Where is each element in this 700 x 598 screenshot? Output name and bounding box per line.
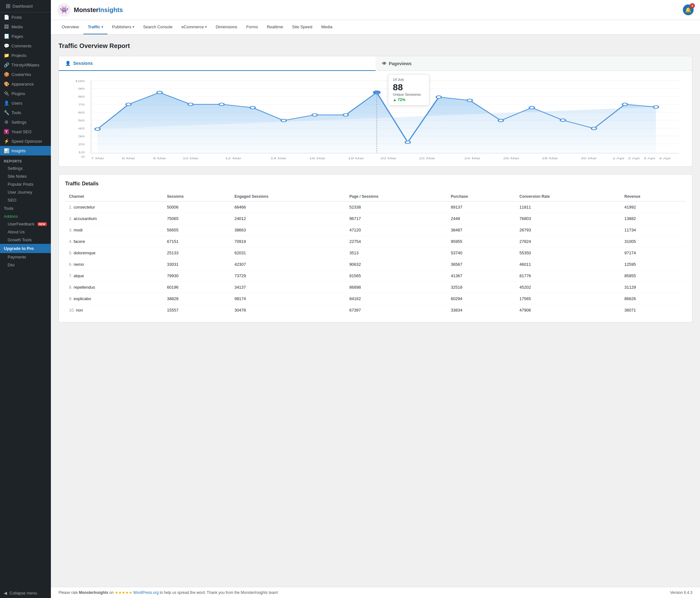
svg-text:👾: 👾 <box>60 5 69 14</box>
userfeedback-label: UserFeedback <box>8 222 35 226</box>
cell-conversion: 55350 <box>516 248 621 259</box>
sidebar-item-userfeedback[interactable]: UserFeedback NEW <box>0 220 51 228</box>
bell-icon: 🔔 <box>685 7 692 13</box>
pageviews-tab[interactable]: 👁 Pageviews <box>376 56 692 71</box>
cell-conversion: 47906 <box>516 305 621 316</box>
svg-point-31 <box>281 119 286 122</box>
sidebar-item-upgrade[interactable]: Upgrade to Pro <box>0 244 51 253</box>
footer-prefix: Please rate <box>58 590 79 595</box>
tab-overview[interactable]: Overview <box>57 20 83 34</box>
svg-text:40: 40 <box>78 127 84 130</box>
logo-text: MonsterInsights <box>74 6 123 14</box>
collapse-icon: ◀ <box>4 591 7 595</box>
row-num: 6. <box>69 262 73 267</box>
traffic-table: Channel Sessions Engaged Sessions Page /… <box>65 192 686 316</box>
sidebar-item-speed[interactable]: ⚡ Speed Optimizer <box>0 136 51 146</box>
tab-media[interactable]: Media <box>317 20 337 34</box>
tab-search-console[interactable]: Search Console <box>139 20 177 34</box>
svg-text:18 Mar: 18 Mar <box>348 157 364 160</box>
cell-purchase: 33834 <box>447 305 516 316</box>
sidebar-item-projects[interactable]: 📁 Projects <box>0 51 51 60</box>
cell-engaged: 34137 <box>231 282 345 293</box>
sidebar-item-divi[interactable]: Divi <box>0 261 51 269</box>
cell-sessions: 67151 <box>163 236 231 248</box>
tab-ecommerce[interactable]: eCommerce ▾ <box>177 20 211 34</box>
seo-label: SEO <box>8 198 16 203</box>
tab-forms[interactable]: Forms <box>242 20 262 34</box>
footer-link[interactable]: WordPress.org <box>133 590 159 595</box>
cell-revenue: 31129 <box>621 282 686 293</box>
sidebar-item-insights[interactable]: 📊 Insights <box>0 146 51 155</box>
sessions-tab-icon: 👤 <box>65 61 71 66</box>
cell-page-sessions: 67397 <box>346 305 447 316</box>
pageviews-tab-icon: 👁 <box>382 61 386 66</box>
sidebar-item-report-settings[interactable]: Settings <box>0 164 51 172</box>
sidebar-item-media[interactable]: 🖼 Media <box>0 22 51 31</box>
cell-page-sessions: 47120 <box>346 225 447 236</box>
sidebar-label-plugins: Plugins <box>11 91 25 96</box>
reports-section-label: Reports <box>0 155 51 164</box>
sidebar-item-growth-tools[interactable]: Growth Tools <box>0 236 51 244</box>
cell-sessions: 50006 <box>163 202 231 213</box>
table-row: 4. facere 67151 70919 22754 95955 27824 … <box>65 236 686 248</box>
cell-sessions: 79930 <box>163 270 231 282</box>
tab-site-speed-label: Site Speed <box>292 24 312 29</box>
sidebar-label-thirsty: ThirstyAffiliates <box>11 62 40 68</box>
svg-text:1 Apr: 1 Apr <box>612 157 625 160</box>
sidebar-item-plugins[interactable]: 🔌 Plugins <box>0 89 51 98</box>
notification-button[interactable]: 🔔 0 <box>683 4 694 15</box>
sidebar-dashboard-label: Dashboard <box>12 4 33 8</box>
tab-traffic-label: Traffic <box>88 24 100 29</box>
sidebar-collapse-button[interactable]: ◀ Collapse menu <box>0 588 51 598</box>
sidebar-item-comments[interactable]: 💬 Comments <box>0 41 51 51</box>
sidebar-item-payments[interactable]: Payments <box>0 253 51 261</box>
svg-text:10: 10 <box>78 150 84 154</box>
svg-point-28 <box>188 103 193 106</box>
topbar: 👾 MonsterInsights 🔔 0 <box>51 0 700 20</box>
addons-label: Addons <box>4 214 18 219</box>
sidebar-item-users[interactable]: 👤 Users <box>0 98 51 108</box>
cell-channel: 4. facere <box>65 236 163 248</box>
yoast-icon: Y <box>4 129 9 134</box>
sidebar-item-settings[interactable]: ⚙ Settings <box>0 117 51 127</box>
stars: ★★★★★ <box>115 590 132 595</box>
sidebar-item-thirsty[interactable]: 🔗 ThirstyAffiliates <box>0 60 51 70</box>
logo-area: 👾 MonsterInsights <box>57 3 123 17</box>
svg-text:10 Mar: 10 Mar <box>182 157 199 160</box>
row-num: 1. <box>69 205 73 209</box>
popular-posts-label: Popular Posts <box>8 182 33 187</box>
row-num: 5. <box>69 251 73 255</box>
traffic-chevron-icon: ▾ <box>101 25 103 29</box>
sidebar-item-addons[interactable]: Addons <box>0 213 51 220</box>
sidebar-item-about-us[interactable]: About Us <box>0 228 51 236</box>
nav-tabs: Overview Traffic ▾ Publishers ▾ Search C… <box>51 20 700 35</box>
col-sessions: Sessions <box>163 192 231 202</box>
sidebar-item-seo[interactable]: SEO <box>0 196 51 204</box>
row-num: 10. <box>69 308 75 313</box>
sidebar-item-tools[interactable]: 🔧 Tools <box>0 108 51 117</box>
sidebar-item-popular-posts[interactable]: Popular Posts <box>0 180 51 188</box>
tab-dimensions[interactable]: Dimensions <box>211 20 242 34</box>
page-content: Traffic Overview Report 👤 Sessions 👁 Pag… <box>51 35 700 587</box>
tab-site-speed[interactable]: Site Speed <box>288 20 317 34</box>
sidebar-item-yoast[interactable]: Y Yoast SEO <box>0 127 51 136</box>
sidebar-item-posts[interactable]: 📄 Posts <box>0 12 51 22</box>
sidebar-item-appearance[interactable]: 🎨 Appearance <box>0 79 51 89</box>
tab-publishers[interactable]: Publishers ▾ <box>107 20 139 34</box>
sidebar-label-tools: Tools <box>11 110 21 115</box>
tooltip-change: 72% <box>393 98 425 102</box>
svg-text:90: 90 <box>78 87 84 90</box>
tab-realtime[interactable]: Realtime <box>262 20 288 34</box>
sessions-tab[interactable]: 👤 Sessions <box>59 56 376 71</box>
sidebar-item-pages[interactable]: 📃 Pages <box>0 31 51 41</box>
payments-label: Payments <box>8 255 26 259</box>
sidebar-header[interactable]: ⊞ Dashboard <box>0 0 51 12</box>
sidebar-item-user-journey[interactable]: User Journey <box>0 188 51 196</box>
tab-traffic[interactable]: Traffic ▾ <box>83 20 107 34</box>
sidebar-item-site-notes[interactable]: Site Notes <box>0 172 51 180</box>
svg-text:28 Mar: 28 Mar <box>542 157 558 160</box>
col-purchase: Purchase <box>447 192 516 202</box>
cell-purchase: 95955 <box>447 236 516 248</box>
sidebar-item-cookieyes[interactable]: 🍪 CookieYes <box>0 70 51 79</box>
col-page-sessions: Page / Sessions <box>346 192 447 202</box>
